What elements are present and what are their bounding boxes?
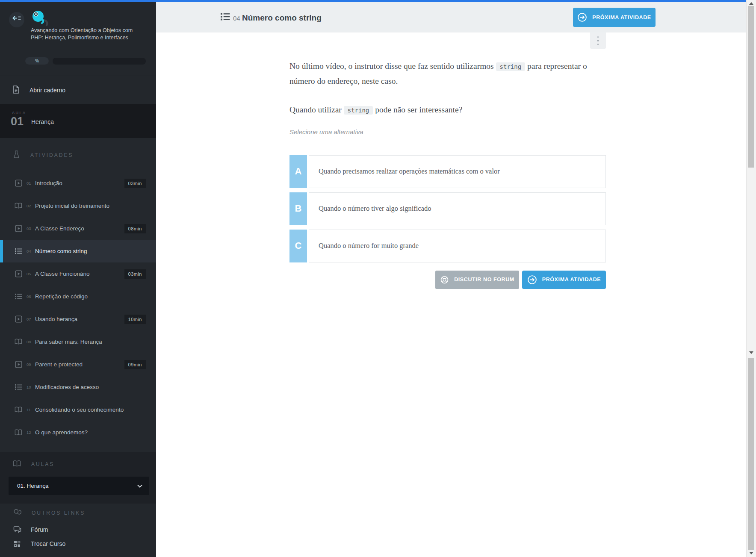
alternative-text: Quando precisamos realizar operações mat… — [309, 155, 606, 188]
collapse-sidebar-button[interactable] — [9, 12, 24, 27]
lesson-title: Herança — [31, 118, 54, 125]
aulas-section-header: AULAS — [0, 452, 156, 477]
activity-item-12[interactable]: 12 O que aprendemos? — [0, 421, 156, 444]
scrollbar[interactable] — [746, 0, 756, 557]
alternative-letter: A — [289, 155, 307, 188]
notebook-icon — [13, 85, 19, 95]
question-paragraph-1: No último vídeo, o instrutor disse que f… — [289, 59, 606, 88]
open-notebook-button[interactable]: Abrir caderno — [0, 76, 156, 104]
current-lesson-banner: AULA 01 Herança — [0, 104, 156, 138]
activity-number: 10 — [27, 385, 32, 389]
activity-label: Para saber mais: Herança — [35, 339, 102, 345]
kebab-icon — [597, 35, 599, 46]
activity-label: A Classe Funcionário — [35, 271, 90, 277]
forum-label: Fórum — [31, 526, 48, 533]
alternative-a[interactable]: A Quando precisamos realizar operações m… — [289, 155, 606, 188]
alternative-c[interactable]: C Quando o número for muito grande — [289, 230, 606, 262]
activity-label: A Classe Endereço — [35, 225, 84, 232]
progress-percent-pill: % — [25, 57, 49, 65]
inline-code: string — [344, 106, 373, 115]
alternative-letter: C — [289, 230, 307, 262]
activities-section: ATIVIDADES 01 Introdução 03min 02 Projet… — [0, 138, 156, 452]
question-text: No último vídeo, o instrutor disse que f… — [289, 62, 496, 71]
link-icon — [13, 508, 21, 518]
video-icon — [14, 225, 23, 232]
book-icon — [14, 203, 23, 209]
alternatives-list: A Quando precisamos realizar operações m… — [289, 155, 606, 262]
activity-item-05[interactable]: 05 A Classe Funcionário 03min — [0, 262, 156, 285]
activity-label: Introdução — [35, 180, 62, 186]
collapse-arrow-icon — [12, 15, 21, 24]
scroll-down-arrow-icon[interactable] — [749, 552, 753, 554]
activity-item-09[interactable]: 09 Parent e protected 09min — [0, 353, 156, 376]
question-paragraph-2: Quando utilizar string pode não ser inte… — [289, 103, 606, 118]
activity-item-06[interactable]: 06 Repetição de código — [0, 285, 156, 308]
video-icon — [14, 315, 23, 323]
activities-section-header: ATIVIDADES — [0, 138, 156, 172]
activity-label: Usando herança — [35, 316, 77, 322]
change-course-link[interactable]: Trocar Curso — [0, 536, 156, 551]
activity-number: 11 — [27, 407, 32, 412]
aula-select-value: 01. Herança — [17, 483, 49, 489]
activity-item-01[interactable]: 01 Introdução 03min — [0, 172, 156, 195]
activity-number: 12 — [27, 430, 32, 435]
duration-badge: 09min — [124, 360, 146, 369]
discuss-forum-label: DISCUTIR NO FORUM — [454, 277, 514, 283]
activity-label: Projeto inicial do treinamento — [35, 203, 109, 209]
lesson-kicker: AULA — [12, 111, 27, 115]
progress-bar — [53, 58, 146, 65]
activity-label: Repetição de código — [35, 293, 88, 300]
next-activity-button-top[interactable]: PRÓXIMA ATIVIDADE — [573, 8, 656, 27]
activity-header-title: Número como string — [242, 13, 322, 23]
other-links-header: OUTROS LINKS — [0, 504, 156, 522]
scroll-down-arrow-icon[interactable] — [749, 351, 753, 354]
alternative-letter: B — [289, 192, 307, 225]
scrollbar-thumb-outer[interactable] — [748, 358, 754, 550]
activity-item-10[interactable]: 10 Modificadores de acesso — [0, 376, 156, 398]
aula-select-dropdown[interactable]: 01. Herança — [9, 477, 149, 495]
chat-icon — [13, 526, 21, 533]
alternative-text: Quando o número for muito grande — [309, 230, 606, 262]
scrollbar-thumb-inner[interactable] — [748, 6, 754, 168]
duration-badge: 08min — [124, 224, 146, 233]
scroll-up-arrow-icon[interactable] — [749, 2, 753, 5]
activity-label: Número como string — [35, 248, 87, 254]
book-icon — [14, 407, 23, 413]
open-notebook-label: Abrir caderno — [30, 87, 65, 94]
duration-badge: 03min — [124, 269, 146, 279]
activity-item-11[interactable]: 11 Consolidando o seu conhecimento — [0, 398, 156, 421]
activity-number: 04 — [27, 249, 32, 253]
next-activity-button-bottom[interactable]: PRÓXIMA ATIVIDADE — [522, 271, 606, 289]
activity-number: 07 — [27, 317, 32, 321]
video-icon — [14, 180, 23, 187]
activity-number: 01 — [27, 181, 32, 186]
question-text: pode não ser interessante? — [373, 105, 462, 114]
duration-badge: 10min — [124, 315, 146, 324]
alura-mascot-logo — [31, 9, 50, 29]
next-activity-label: PRÓXIMA ATIVIDADE — [542, 277, 601, 283]
discuss-forum-button[interactable]: DISCUTIR NO FORUM — [435, 271, 519, 289]
open-book-icon — [13, 460, 21, 469]
chevron-down-icon — [137, 484, 142, 488]
top-accent-line — [0, 0, 756, 2]
lesson-number: 01 — [11, 115, 24, 128]
select-alternative-hint: Selecione uma alternativa — [289, 128, 606, 136]
main-content: 04 Número como string PRÓXIMA ATIVIDADE … — [156, 0, 756, 557]
activity-item-03[interactable]: 03 A Classe Endereço 08min — [0, 217, 156, 240]
question-actions: DISCUTIR NO FORUM PRÓXIMA ATIVIDADE — [289, 271, 606, 289]
activity-header-bar: 04 Número como string PRÓXIMA ATIVIDADE — [156, 2, 756, 32]
other-links-label: OUTROS LINKS — [32, 510, 85, 516]
forum-link[interactable]: Fórum — [0, 522, 156, 536]
activity-item-08[interactable]: 08 Para saber mais: Herança — [0, 330, 156, 353]
activity-item-02[interactable]: 02 Projeto inicial do treinamento — [0, 195, 156, 217]
question-area: No último vídeo, o instrutor disse que f… — [289, 50, 606, 289]
activity-item-04-active[interactable]: 04 Número como string — [0, 240, 156, 262]
activity-item-07[interactable]: 07 Usando herança 10min — [0, 308, 156, 330]
change-course-label: Trocar Curso — [31, 540, 65, 547]
other-links-section: OUTROS LINKS Fórum Trocar Curso — [0, 504, 156, 557]
aulas-section-label: AULAS — [31, 461, 54, 467]
activity-options-menu-button[interactable] — [590, 32, 606, 49]
activity-number: 09 — [27, 362, 32, 367]
alternative-b[interactable]: B Quando o número tiver algo significado — [289, 192, 606, 225]
question-text: Quando utilizar — [289, 105, 344, 114]
